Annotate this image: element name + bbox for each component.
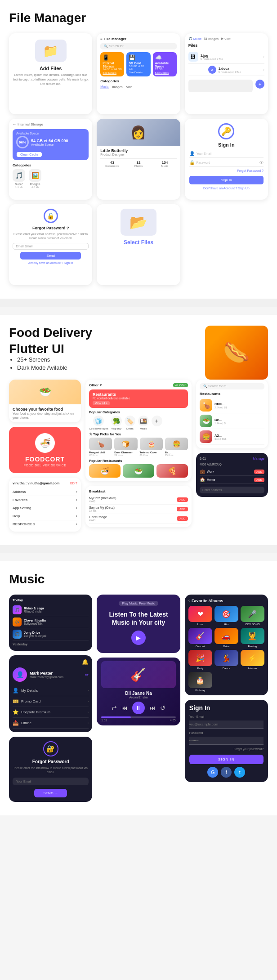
- food-search-restaurant-label: Restaurants: [200, 392, 264, 396]
- storage-back-btn[interactable]: ← Internal Storage: [13, 122, 89, 126]
- food-rest-item-3[interactable]: 🍔 A2... 3km | $$$: [200, 429, 264, 445]
- shuffle-icon[interactable]: ⇄: [112, 704, 117, 712]
- google-signin-btn[interactable]: G: [207, 767, 218, 778]
- facebook-signin-btn[interactable]: f: [221, 767, 232, 778]
- album-drive[interactable]: 🚗 Drive: [214, 628, 238, 648]
- breakfast-add-btn-1[interactable]: ADD: [177, 497, 188, 502]
- music-menu-details[interactable]: 👤 My Details ›: [13, 685, 89, 696]
- restaurant-view-all[interactable]: View all >: [93, 401, 110, 405]
- food-menu-address[interactable]: Address›: [13, 488, 77, 496]
- files-tab-images[interactable]: 🖼 Images: [204, 37, 219, 40]
- restaurant-1-thumb[interactable]: 🍜: [89, 464, 121, 478]
- restaurant-2-thumb[interactable]: 🥗: [123, 464, 154, 478]
- cat-more[interactable]: ＋: [152, 416, 162, 430]
- signin-btn[interactable]: Sign In: [189, 176, 264, 184]
- offers-icon: 🏷️: [125, 416, 135, 426]
- bullet-screens: 25+ Screens: [17, 356, 199, 363]
- food-menu-help[interactable]: Help›: [13, 512, 77, 520]
- offline-arrow: ›: [88, 721, 89, 725]
- food-rest-3-img: 🍔: [200, 430, 212, 443]
- album-feeling[interactable]: 💆 Feeling: [241, 628, 264, 648]
- track-clover[interactable]: 🎶 Clover ft.junlin Bollywood Mix: [13, 616, 89, 628]
- food-menu-responses[interactable]: RESPONSES›: [13, 520, 77, 528]
- signup-link-row: Don't have an Account ? Sign Up: [189, 187, 264, 190]
- files-tab-music[interactable]: 🎵 Music: [188, 37, 201, 40]
- albums-back-btn[interactable]: ‹: [188, 598, 190, 603]
- album-dance[interactable]: 💃 Dance: [214, 650, 238, 670]
- forgot-send-btn[interactable]: Send: [20, 252, 81, 260]
- restaurant-banner: Restaurants No content delivery availabl…: [89, 389, 188, 408]
- manage-input[interactable]: [200, 487, 264, 493]
- cat-cool-bev[interactable]: 🧊 Cool Beverages: [89, 416, 108, 430]
- music-password-input[interactable]: [189, 737, 264, 745]
- email-input[interactable]: Your Email: [197, 152, 264, 155]
- track-rhino[interactable]: 🎵 Rhino & saga Rhino & ritula: [13, 604, 89, 616]
- progress-bar[interactable]: [101, 716, 175, 718]
- profile-edit-icon[interactable]: ✏: [85, 672, 89, 677]
- password-eye-icon[interactable]: 👁: [259, 161, 264, 165]
- cat-veg-only[interactable]: 🥦 Veg only: [111, 416, 122, 430]
- pick-3[interactable]: 🎂 Twisted Cake 30 Kms: [140, 438, 163, 456]
- tab-music[interactable]: Music: [100, 85, 108, 89]
- album-party[interactable]: 🎉 Party: [188, 650, 212, 670]
- food-menu-app-setting[interactable]: App Setting›: [13, 504, 77, 512]
- breakfast-add-btn-3[interactable]: ADD: [177, 516, 188, 521]
- popular-restaurants-label: Popular Restaurants: [89, 459, 188, 463]
- fm-app-card: ≡ File Manager 🔍 Search for... 📱 Interna…: [97, 33, 180, 114]
- password-input[interactable]: Password: [197, 161, 258, 164]
- restaurant-3-thumb[interactable]: 🍕: [156, 464, 188, 478]
- album-concert[interactable]: 🎸 Concert: [188, 628, 212, 648]
- manage-add-work-btn[interactable]: ADD: [254, 470, 264, 474]
- play-pause-btn[interactable]: ⏸: [132, 702, 145, 714]
- food-menu-favorites[interactable]: Favorites›: [13, 496, 77, 504]
- forgot-signin-link: Already have an Account ? Sign In: [28, 261, 73, 264]
- manage-work-item[interactable]: 💼 Work ADD: [200, 468, 264, 476]
- manage-home-item[interactable]: 🏠 Home ADD: [200, 476, 264, 484]
- clean-cache-btn[interactable]: Clean Cache: [16, 152, 42, 157]
- twitter-signin-btn[interactable]: t: [234, 767, 245, 778]
- files-tab-video[interactable]: ▶ Vide: [221, 37, 231, 40]
- album-hits[interactable]: 🎯 Hits: [214, 606, 238, 626]
- pick-4[interactable]: 🍔 Ba... 15 Kms: [165, 438, 188, 456]
- music-fp-icon: 🔐: [43, 741, 58, 756]
- albums-title: Favorite Albums: [192, 599, 223, 603]
- music-menu-upgrade[interactable]: ⭐ Upgrade Premium ›: [13, 707, 89, 718]
- prev-icon[interactable]: ⏮: [121, 704, 128, 712]
- album-cov-song[interactable]: 🎤 COV SONG: [241, 606, 264, 626]
- food-header-text: Food Delivery Flutter UI 25+ Screens Dar…: [9, 326, 199, 378]
- music-fp-send-btn[interactable]: SEND →: [34, 789, 67, 797]
- cat-meals[interactable]: 🍱 Meals: [138, 416, 149, 430]
- next-icon[interactable]: ⏭: [149, 704, 156, 712]
- track-jong[interactable]: 🎧 Jong Drive 1st gear ft.punjab: [13, 628, 89, 640]
- signin-logo: 🔑: [218, 123, 234, 139]
- food-rest-item-2[interactable]: 🥗 Be... 1.2km | $: [200, 413, 264, 429]
- music-menu-promo[interactable]: 🎫 Promo Card ›: [13, 696, 89, 707]
- breakfast-add-btn-2[interactable]: ADD: [177, 507, 188, 511]
- restaurant-other-label[interactable]: Other ▾: [89, 383, 102, 387]
- food-profile-edit-link[interactable]: EDIT: [70, 482, 77, 485]
- listen-play-btn[interactable]: ▶: [131, 631, 146, 645]
- food-rest-item-1[interactable]: 🍗 Chic... 2.5km | $$: [200, 398, 264, 413]
- pick-2[interactable]: 🍞 Dum Khameer 24 Kms: [114, 438, 137, 456]
- tab-video[interactable]: Vide: [126, 85, 133, 89]
- music-signin-btn[interactable]: SIGN IN: [189, 755, 264, 764]
- album-love[interactable]: ❤ Love: [188, 606, 212, 626]
- files-add-icon[interactable]: +: [255, 80, 264, 89]
- forgot-password-link[interactable]: Forgot Password ?: [189, 169, 264, 172]
- music-forgot-link[interactable]: Forgot your password?: [189, 747, 264, 751]
- fm-search-bar[interactable]: 🔍 Search for...: [100, 43, 176, 49]
- music-menu-offline[interactable]: 📥 Offline ›: [13, 718, 89, 729]
- repeat-icon[interactable]: ↺: [160, 704, 165, 712]
- music-fp-email-input[interactable]: [13, 778, 89, 785]
- pick-1[interactable]: 🍗 Murgari chill 42 Kms: [89, 438, 112, 456]
- food-search-input[interactable]: 🔍 Search for m...: [200, 383, 264, 389]
- album-birthday[interactable]: 🎂 Birthday: [188, 672, 212, 692]
- tab-images[interactable]: Images: [112, 85, 123, 89]
- manage-add-home-btn[interactable]: ADD: [254, 478, 264, 482]
- album-intense[interactable]: ⚡ Intense: [241, 650, 264, 670]
- forgot-email-input[interactable]: [13, 243, 89, 250]
- cat-offers[interactable]: 🏷️ Offers: [125, 416, 135, 430]
- file2-arrow-icon: ›: [263, 67, 264, 72]
- time-row: 1:03 4:55: [101, 719, 175, 722]
- music-email-input[interactable]: [189, 720, 264, 729]
